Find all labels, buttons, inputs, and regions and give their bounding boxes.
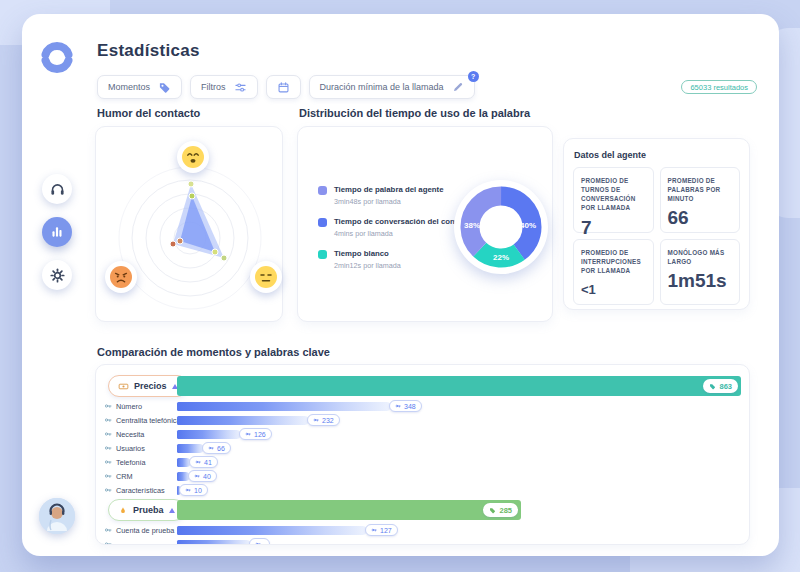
moment-value: 863 bbox=[719, 382, 732, 391]
distribution-section-title: Distribución del tiempo de uso de la pal… bbox=[299, 107, 530, 119]
min-duration-button[interactable]: Duración mínima de la llamada ? bbox=[309, 75, 475, 99]
keyword-value: 232 bbox=[322, 417, 334, 424]
agent-cards-grid: PROMEDIO DE TURNOS DE CONVERSACIÓN POR L… bbox=[564, 167, 749, 305]
keyword-value: 127 bbox=[380, 527, 392, 534]
key-icon bbox=[104, 444, 112, 452]
keyword-row-crm[interactable]: CRM 40 bbox=[96, 469, 749, 483]
filtros-button[interactable]: Filtros bbox=[190, 75, 258, 99]
moment-bar[interactable]: 285 bbox=[177, 500, 521, 520]
keyword-value-pill: 40 bbox=[188, 470, 217, 482]
agent-card-turns: PROMEDIO DE TURNOS DE CONVERSACIÓN POR L… bbox=[573, 167, 654, 233]
sliders-icon bbox=[234, 81, 247, 94]
keyword-row-numero[interactable]: Número 348 bbox=[96, 399, 749, 413]
slice-label-22: 22% bbox=[493, 253, 509, 262]
filter-toolbar: Momentos Filtros bbox=[97, 75, 475, 99]
agent-card-label: PROMEDIO DE TURNOS DE CONVERSACIÓN POR L… bbox=[581, 176, 646, 213]
momentos-button[interactable]: Momentos bbox=[97, 75, 182, 99]
key-icon bbox=[371, 527, 377, 533]
moment-pill-prueba[interactable]: Prueba bbox=[108, 499, 185, 521]
keyword-row-centralita[interactable]: Centralita telefónica 232 bbox=[96, 413, 749, 427]
slice-label-40: 40% bbox=[520, 221, 536, 230]
moment-pill-precios[interactable]: Precios bbox=[108, 375, 188, 397]
sidebar-item-calls[interactable] bbox=[42, 174, 72, 204]
key-icon bbox=[104, 458, 112, 466]
keyword-label: Cuenta de prueba bbox=[116, 526, 174, 535]
moment-value-pill: 285 bbox=[483, 503, 518, 517]
keyword-row-caracteristicas[interactable]: Características 10 bbox=[96, 483, 749, 497]
help-badge[interactable]: ? bbox=[468, 71, 479, 82]
key-icon bbox=[104, 416, 112, 424]
keyword-row-telefonia[interactable]: Telefonía 41 bbox=[96, 455, 749, 469]
keyword-value-pill: 232 bbox=[307, 414, 340, 426]
legend-sublabel: 4mins por llamada bbox=[334, 229, 473, 238]
app-window: Estadísticas Momentos Filtros bbox=[22, 14, 779, 556]
keyword-value: 66 bbox=[217, 445, 225, 452]
avatar-image bbox=[39, 498, 75, 534]
mood-section-title: Humor del contacto bbox=[97, 107, 200, 119]
key-icon bbox=[255, 541, 261, 545]
key-icon bbox=[194, 473, 200, 479]
keyword-value-pill: 10 bbox=[179, 484, 208, 496]
keyword-value-pill bbox=[249, 538, 270, 545]
moment-label: Precios bbox=[134, 381, 167, 391]
agent-card-value: 7 bbox=[581, 217, 646, 239]
sidebar bbox=[22, 14, 90, 556]
legend-label: Tiempo blanco bbox=[334, 249, 401, 259]
time-distribution-card: Tiempo de palabra del agente 3min48s por… bbox=[297, 126, 553, 322]
keyword-row-usuarios[interactable]: Usuarios 66 bbox=[96, 441, 749, 455]
keyword-label: CRM bbox=[116, 472, 133, 481]
sidebar-item-statistics[interactable] bbox=[42, 217, 72, 247]
slice-label-38: 38% bbox=[464, 221, 480, 230]
keyword-value: 10 bbox=[194, 487, 202, 494]
moment-value: 285 bbox=[499, 506, 512, 515]
happy-emoji-icon bbox=[177, 141, 209, 173]
keyword-label: Características bbox=[116, 486, 165, 495]
flame-icon bbox=[118, 505, 128, 516]
comparison-card: Precios 863 Número bbox=[95, 364, 750, 545]
bar-chart-icon bbox=[49, 224, 65, 240]
money-icon bbox=[118, 381, 129, 392]
legend-swatch bbox=[318, 186, 327, 195]
legend-label: Tiempo de palabra del agente bbox=[334, 185, 443, 195]
moment-label: Prueba bbox=[133, 505, 164, 515]
key-icon bbox=[104, 430, 112, 438]
keyword-bar bbox=[177, 430, 241, 439]
keyword-value: 126 bbox=[254, 431, 266, 438]
moment-bar[interactable]: 863 bbox=[177, 376, 741, 396]
agent-card-value: 1m51s bbox=[668, 270, 733, 292]
momentos-button-label: Momentos bbox=[108, 82, 150, 92]
keyword-row-clipped[interactable] bbox=[96, 537, 749, 545]
keyword-bar bbox=[177, 540, 251, 546]
keyword-row-cuenta-de-prueba[interactable]: Cuenta de prueba 127 bbox=[96, 523, 749, 537]
app-logo[interactable] bbox=[40, 40, 74, 74]
sidebar-item-settings[interactable] bbox=[42, 260, 72, 290]
headphones-icon bbox=[49, 181, 66, 198]
legend-swatch bbox=[318, 250, 327, 259]
agent-card-label: PROMEDIO DE INTERRUPCIONES POR LLAMADA bbox=[581, 248, 646, 275]
keyword-bar bbox=[177, 444, 204, 453]
legend-sublabel: 2min12s por llamada bbox=[334, 261, 401, 270]
agent-panel-title: Datos del agente bbox=[574, 150, 749, 160]
keyword-label: Necesita bbox=[116, 430, 144, 439]
keyword-value: 41 bbox=[204, 459, 212, 466]
keyword-row-necesita[interactable]: Necesita 126 bbox=[96, 427, 749, 441]
agent-card-words: PROMEDIO DE PALABRAS POR MINUTO 66 bbox=[660, 167, 741, 233]
agent-card-label: MONÓLOGO MÁS LARGO bbox=[668, 248, 733, 266]
mood-radar-card bbox=[95, 126, 283, 322]
key-icon bbox=[313, 417, 319, 423]
tag-icon bbox=[709, 383, 716, 390]
pencil-icon bbox=[452, 81, 464, 93]
key-icon bbox=[104, 402, 112, 410]
comparison-section-title: Comparación de momentos y palabras clave bbox=[97, 346, 330, 358]
agent-data-panel: Datos del agente PROMEDIO DE TURNOS DE C… bbox=[563, 138, 750, 310]
neutral-emoji-icon bbox=[250, 261, 282, 293]
keyword-value-pill: 41 bbox=[189, 456, 218, 468]
date-range-button[interactable] bbox=[266, 75, 301, 99]
keyword-value-pill: 126 bbox=[239, 428, 272, 440]
user-avatar[interactable] bbox=[39, 498, 75, 534]
tag-icon bbox=[489, 507, 496, 514]
key-icon bbox=[104, 540, 112, 545]
key-icon bbox=[104, 486, 112, 494]
donut-chart: 40% 38% 22% bbox=[454, 180, 548, 274]
legend-sublabel: 3min48s por llamada bbox=[334, 197, 443, 206]
